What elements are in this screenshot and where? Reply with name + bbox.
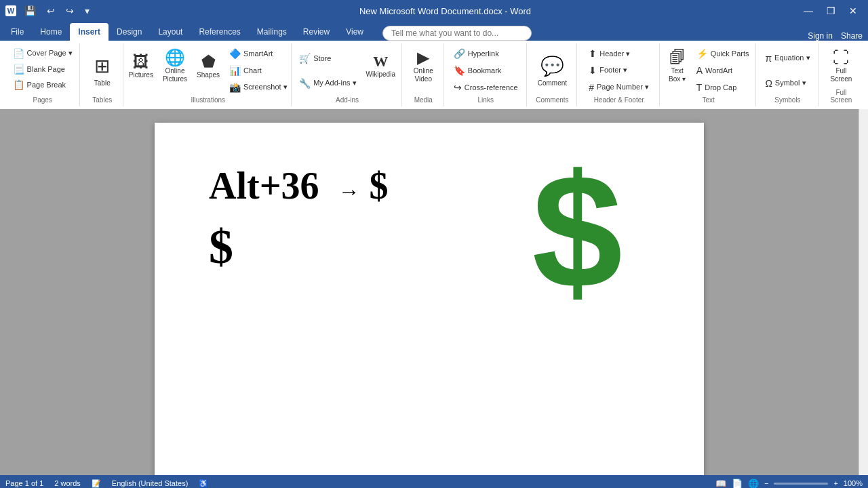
word-count: 2 words — [54, 479, 81, 487]
proofing-icon[interactable]: 📝 — [92, 479, 101, 488]
quick-parts-icon: ⚡ — [696, 48, 708, 59]
group-symbols: π Equation ▾ Ω Symbol ▾ Symbols — [757, 43, 818, 106]
document-page[interactable]: Alt+36 → $ $ $ — [155, 123, 704, 475]
store-icon: 🛒 — [299, 53, 311, 64]
table-btn[interactable]: ⊞ Table — [86, 46, 119, 95]
tables-label: Tables — [92, 96, 112, 104]
addins-label: Add-ins — [336, 96, 359, 104]
wordart-btn[interactable]: A WordArt — [692, 64, 753, 77]
signin-btn[interactable]: Sign in — [808, 31, 833, 41]
read-mode-btn[interactable]: 📖 — [715, 479, 726, 489]
title-bar-left: W 💾 ↩ ↪ ▾ — [5, 4, 92, 18]
header-icon: ⬆ — [589, 48, 597, 59]
save-quick-btn[interactable]: 💾 — [22, 4, 39, 18]
header-btn[interactable]: ⬆ Header ▾ — [585, 47, 653, 60]
comment-btn[interactable]: 💬 Comment — [532, 46, 572, 95]
bookmark-btn[interactable]: 🔖 Bookmark — [450, 64, 522, 77]
restore-btn[interactable]: ❒ — [821, 3, 841, 19]
text-box-icon: 🗐 — [669, 49, 686, 66]
dollar-sign-large: $ — [532, 150, 623, 312]
group-illustrations: 🖼 Pictures 🌐 OnlinePictures ⬟ Shapes 🔷 S… — [125, 43, 292, 106]
my-addins-icon: 🔧 — [299, 78, 311, 89]
tab-layout[interactable]: Layout — [150, 23, 191, 41]
fullscreen-items: ⛶ FullScreen — [827, 46, 856, 87]
cross-reference-btn[interactable]: ↪ Cross-reference — [450, 81, 522, 94]
symbol-btn[interactable]: Ω Symbol ▾ — [761, 77, 814, 90]
wordart-icon: A — [696, 65, 703, 76]
fullscreen-btn[interactable]: ⛶ FullScreen — [827, 46, 856, 87]
undo-quick-btn[interactable]: ↩ — [44, 4, 58, 18]
tab-mailings[interactable]: Mailings — [249, 23, 295, 41]
hyperlink-icon: 🔗 — [454, 48, 465, 59]
tab-file[interactable]: File — [3, 23, 32, 41]
zoom-slider[interactable] — [774, 483, 828, 485]
links-label: Links — [478, 96, 494, 104]
store-btn[interactable]: 🛒 Store — [295, 52, 360, 65]
print-layout-btn[interactable]: 📄 — [732, 479, 743, 489]
fullscreen-label: Full Screen — [825, 89, 857, 104]
text-items: 🗐 TextBox ▾ ⚡ Quick Parts A WordArt T Dr… — [664, 46, 753, 95]
chart-btn[interactable]: 📊 Chart — [225, 64, 292, 77]
footer-btn[interactable]: ⬇ Footer ▾ — [585, 64, 653, 77]
pictures-btn[interactable]: 🖼 Pictures — [125, 46, 157, 87]
status-bar-right: 📖 📄 🌐 − + 100% — [715, 479, 863, 489]
ribbon-tabs: File Home Insert Design Layout Reference… — [0, 22, 868, 41]
table-icon: ⊞ — [94, 55, 110, 77]
equation-icon: π — [765, 53, 772, 64]
page-number-btn[interactable]: # Page Number ▾ — [585, 81, 653, 94]
accessibility-icon[interactable]: ♿ — [199, 479, 208, 488]
zoom-plus[interactable]: + — [833, 479, 837, 487]
tables-items: ⊞ Table — [86, 46, 119, 95]
minimize-btn[interactable]: — — [798, 3, 818, 19]
tab-view[interactable]: View — [338, 23, 372, 41]
customize-quick-btn[interactable]: ▾ — [82, 4, 92, 18]
group-links: 🔗 Hyperlink 🔖 Bookmark ↪ Cross-reference… — [446, 43, 527, 106]
online-video-icon: ▶ — [417, 49, 429, 66]
online-video-btn[interactable]: ▶ OnlineVideo — [410, 46, 437, 87]
online-pictures-btn[interactable]: 🌐 OnlinePictures — [159, 46, 191, 87]
vertical-scrollbar[interactable] — [859, 109, 868, 475]
search-bar — [372, 26, 808, 41]
text-box-btn[interactable]: 🗐 TextBox ▾ — [664, 46, 691, 87]
text-label: Text — [702, 96, 714, 104]
page-break-btn[interactable]: 📋 Page Break — [9, 78, 77, 92]
pages-label: Pages — [33, 96, 52, 104]
blank-page-btn[interactable]: 📃 Blank Page — [9, 62, 77, 76]
screenshot-icon: 📸 — [229, 82, 241, 93]
shapes-btn[interactable]: ⬟ Shapes — [193, 46, 224, 87]
tab-insert[interactable]: Insert — [70, 23, 108, 41]
group-header-footer: ⬆ Header ▾ ⬇ Footer ▾ # Page Number ▾ He… — [578, 43, 660, 106]
search-input[interactable] — [382, 26, 532, 41]
cover-page-btn[interactable]: 📄 Cover Page ▾ — [9, 47, 77, 60]
page-indicator: Page 1 of 1 — [5, 479, 43, 487]
zoom-minus[interactable]: − — [764, 479, 768, 487]
drop-cap-btn[interactable]: T Drop Cap — [692, 81, 753, 94]
screenshot-btn[interactable]: 📸 Screenshot ▾ — [225, 81, 292, 94]
page-number-icon: # — [589, 82, 594, 93]
tab-review[interactable]: Review — [295, 23, 338, 41]
share-btn[interactable]: Share — [841, 31, 863, 41]
my-addins-btn[interactable]: 🔧 My Add-ins ▾ — [295, 77, 360, 90]
redo-quick-btn[interactable]: ↪ — [63, 4, 77, 18]
symbols-label: Symbols — [774, 96, 800, 104]
hyperlink-btn[interactable]: 🔗 Hyperlink — [450, 47, 522, 60]
group-tables: ⊞ Table Tables — [81, 43, 123, 106]
zoom-level: 100% — [844, 479, 863, 487]
word-icon: W — [5, 5, 16, 16]
tab-references[interactable]: References — [191, 23, 248, 41]
illus-label: Illustrations — [191, 96, 225, 104]
web-layout-btn[interactable]: 🌐 — [748, 479, 759, 489]
smartart-icon: 🔷 — [229, 48, 241, 59]
group-pages: 📄 Cover Page ▾ 📃 Blank Page 📋 Page Break… — [5, 43, 80, 106]
group-addins: 🛒 Store 🔧 My Add-ins ▾ W Wikipedia Add-i… — [293, 43, 401, 106]
quick-parts-btn[interactable]: ⚡ Quick Parts — [692, 47, 753, 60]
equation-btn[interactable]: π Equation ▾ — [761, 52, 814, 65]
smartart-btn[interactable]: 🔷 SmartArt — [225, 47, 292, 60]
group-fullscreen: ⛶ FullScreen Full Screen — [820, 43, 863, 106]
close-btn[interactable]: ✕ — [844, 3, 863, 19]
comment-icon: 💬 — [540, 55, 564, 77]
wikipedia-icon: W — [373, 54, 388, 69]
wikipedia-btn[interactable]: W Wikipedia — [362, 46, 399, 87]
tab-design[interactable]: Design — [108, 23, 150, 41]
tab-home[interactable]: Home — [32, 23, 70, 41]
